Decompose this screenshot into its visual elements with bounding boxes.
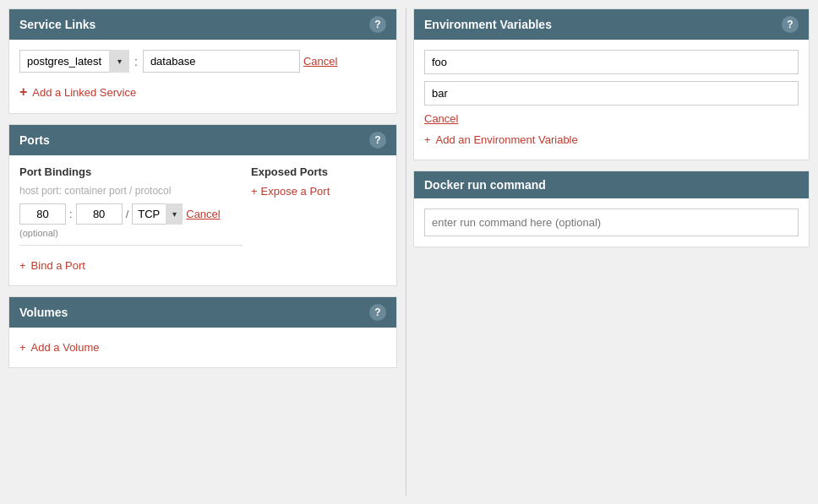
docker-run-panel: Docker run command xyxy=(413,171,810,247)
service-select[interactable]: postgres_latest mysql_latest redis_lates… xyxy=(19,50,129,73)
ports-layout: Port Bindings host port: container port … xyxy=(19,165,386,275)
bind-port-icon: + xyxy=(19,259,26,272)
service-links-panel: Service Links ? postgres_latest mysql_la… xyxy=(8,8,397,114)
expose-port-icon: + xyxy=(251,185,258,198)
right-column: Environment Variables ? Cancel + Add an … xyxy=(406,8,810,496)
port-bindings-label: Port Bindings xyxy=(19,165,243,178)
port-row: : / TCP UDP ▾ Cancel xyxy=(19,203,243,225)
protocol-wrapper: TCP UDP ▾ xyxy=(132,203,183,225)
host-port-input[interactable] xyxy=(19,203,66,225)
add-linked-service-label: Add a Linked Service xyxy=(32,86,136,99)
add-volume-icon: + xyxy=(19,341,26,354)
ports-help-icon[interactable]: ? xyxy=(369,132,386,149)
alias-input[interactable] xyxy=(143,50,300,73)
env-foo-input[interactable] xyxy=(424,50,799,74)
docker-run-body xyxy=(414,198,809,247)
port-divider xyxy=(19,245,243,246)
service-links-help-icon[interactable]: ? xyxy=(369,16,386,33)
env-bar-input[interactable] xyxy=(424,81,799,106)
volumes-header: Volumes ? xyxy=(9,297,396,328)
expose-port-label: Expose a Port xyxy=(261,185,330,198)
container-port-input[interactable] xyxy=(76,203,123,225)
volumes-body: + Add a Volume xyxy=(9,328,396,367)
service-links-title: Service Links xyxy=(19,18,95,31)
left-column: Service Links ? postgres_latest mysql_la… xyxy=(8,8,406,496)
service-link-cancel-button[interactable]: Cancel xyxy=(303,55,337,68)
ports-header: Ports ? xyxy=(9,125,396,155)
env-vars-panel: Environment Variables ? Cancel + Add an … xyxy=(413,8,810,160)
docker-run-command-input[interactable] xyxy=(424,209,799,236)
service-links-body: postgres_latest mysql_latest redis_lates… xyxy=(9,40,396,113)
port-colon-separator: : xyxy=(69,208,73,220)
add-env-variable-button[interactable]: + Add an Environment Variable xyxy=(424,130,799,149)
ports-body: Port Bindings host port: container port … xyxy=(9,155,396,285)
port-bindings-section: Port Bindings host port: container port … xyxy=(19,165,243,275)
exposed-ports-label: Exposed Ports xyxy=(251,165,386,178)
docker-run-title: Docker run command xyxy=(424,178,546,192)
add-volume-button[interactable]: + Add a Volume xyxy=(19,338,386,357)
env-vars-body: Cancel + Add an Environment Variable xyxy=(414,40,809,160)
env-cancel-button[interactable]: Cancel xyxy=(424,112,799,125)
colon-separator: : xyxy=(133,55,139,68)
volumes-title: Volumes xyxy=(19,306,68,319)
env-vars-help-icon[interactable]: ? xyxy=(782,16,799,33)
add-env-label: Add an Environment Variable xyxy=(436,133,578,146)
add-linked-service-icon: + xyxy=(19,84,27,100)
env-vars-title: Environment Variables xyxy=(424,18,552,31)
exposed-ports-section: Exposed Ports + Expose a Port xyxy=(251,165,386,275)
add-env-icon: + xyxy=(424,133,431,146)
port-cancel-button[interactable]: Cancel xyxy=(186,208,220,220)
port-slash-separator: / xyxy=(126,208,129,220)
service-links-header: Service Links ? xyxy=(9,9,396,40)
port-binding-placeholder-text: host port: container port / protocol xyxy=(19,185,243,197)
service-select-wrapper: postgres_latest mysql_latest redis_lates… xyxy=(19,50,129,73)
service-link-row: postgres_latest mysql_latest redis_lates… xyxy=(19,50,386,73)
ports-panel: Ports ? Port Bindings host port: contain… xyxy=(8,124,397,286)
add-volume-label: Add a Volume xyxy=(31,341,100,354)
bind-port-button[interactable]: + Bind a Port xyxy=(19,252,243,275)
docker-run-header: Docker run command xyxy=(414,171,809,198)
volumes-help-icon[interactable]: ? xyxy=(369,304,386,321)
ports-title: Ports xyxy=(19,133,50,147)
volumes-panel: Volumes ? + Add a Volume xyxy=(8,296,397,368)
bind-port-label: Bind a Port xyxy=(31,259,85,272)
protocol-select[interactable]: TCP UDP xyxy=(132,203,183,225)
env-vars-header: Environment Variables ? xyxy=(414,9,809,40)
add-linked-service-button[interactable]: + Add a Linked Service xyxy=(19,81,386,103)
expose-port-button[interactable]: + Expose a Port xyxy=(251,185,386,198)
page-layout: Service Links ? postgres_latest mysql_la… xyxy=(0,0,818,504)
optional-text: (optional) xyxy=(19,228,243,238)
